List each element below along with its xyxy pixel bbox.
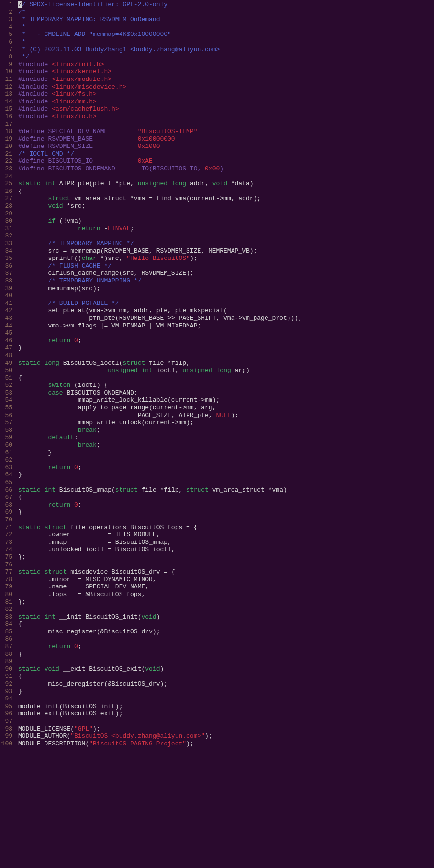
code-line xyxy=(18,635,432,643)
code-line xyxy=(18,606,432,613)
token-ident xyxy=(18,240,48,247)
line-number: 36 xyxy=(1,262,12,270)
code-line xyxy=(18,210,432,218)
code-line: /* TEMPORARY MAPPING */ xyxy=(18,240,432,248)
line-number: 94 xyxy=(1,695,12,703)
token-number: 0x00 xyxy=(205,165,220,172)
code-line: set_pte_at(vma->vm_mm, addr, pte, pte_mk… xyxy=(18,307,432,315)
line-number: 50 xyxy=(1,367,12,374)
line-number: 11 xyxy=(1,76,12,83)
token-number: NULL xyxy=(216,412,231,419)
line-number: 78 xyxy=(1,576,12,584)
token-ident xyxy=(18,501,48,508)
token-comment: * xyxy=(18,23,26,31)
code-line: #include <linux/init.h> xyxy=(18,61,432,68)
token-preproc: #include xyxy=(18,113,52,120)
token-ident: }; xyxy=(18,553,26,561)
code-line: clflush_cache_range(src, RSVDMEM_SIZE); xyxy=(18,270,432,277)
token-comment: / SPDX-License-Identifier: GPL-2.0-only xyxy=(22,1,167,8)
token-ident: file *filp, xyxy=(145,360,190,367)
token-ident xyxy=(18,337,48,344)
line-number: 59 xyxy=(1,434,12,441)
line-number: 47 xyxy=(1,344,12,352)
token-preproc: #include xyxy=(18,68,52,75)
token-ident: pfn_pte(RSVDMEM_BASE >> PAGE_SHIFT, vma-… xyxy=(18,315,302,322)
token-ident: ioctl, xyxy=(153,367,182,374)
code-line: }; xyxy=(18,598,432,606)
line-number: 97 xyxy=(1,718,12,725)
line-number: 12 xyxy=(1,83,12,91)
code-line xyxy=(18,658,432,665)
token-ident xyxy=(41,486,45,494)
line-number: 44 xyxy=(1,322,12,330)
token-string: "Hello BiscuitOS" xyxy=(126,255,190,262)
code-line: PAGE_SIZE, ATPR_pte, NULL); xyxy=(18,412,432,419)
line-number: 46 xyxy=(1,337,12,345)
token-string: "BiscuitOS PAGING Project" xyxy=(89,740,186,747)
line-number: 45 xyxy=(1,329,12,337)
token-ident: ; xyxy=(78,643,82,650)
code-line: misc_register(&BiscuitOS_drv); xyxy=(18,628,432,636)
token-ident: } xyxy=(18,471,22,478)
token-ident xyxy=(18,300,48,307)
code-line: * (C) 2023.11.03 BuddyZhang1 <buddy.zhan… xyxy=(18,46,432,54)
token-ident xyxy=(18,389,48,396)
code-line: module_exit(BiscuitOS_exit); xyxy=(18,710,432,718)
line-number: 22 xyxy=(1,158,12,165)
code-line: memunmap(src); xyxy=(18,285,432,293)
line-number: 89 xyxy=(1,658,12,665)
token-ident: ); xyxy=(186,740,194,747)
token-ident: file_operations BiscuitOS_fops = { xyxy=(67,524,197,531)
line-number: 37 xyxy=(1,270,12,277)
line-number: 65 xyxy=(1,479,12,486)
token-ident: .unlocked_ioctl = BiscuitOS_ioctl, xyxy=(18,546,175,553)
code-line xyxy=(18,695,432,703)
code-content[interactable]: // SPDX-License-Identifier: GPL-2.0-only… xyxy=(16,0,434,748)
line-number: 1 xyxy=(1,1,12,9)
token-keyword: return xyxy=(48,501,70,508)
code-line: .owner = THIS_MODULE, xyxy=(18,531,432,539)
token-number: 0 xyxy=(74,643,78,650)
token-ident: mmap_write_unlock(current->mm); xyxy=(18,419,194,426)
token-ident: set_pte_at(vma->vm_mm, addr, pte, pte_mk… xyxy=(18,307,227,314)
token-preproc: #define SPECIAL_DEV_NAME xyxy=(18,128,138,135)
code-line: .name = SPECIAL_DEV_NAME, xyxy=(18,583,432,591)
code-line: static int ATPR_pte(pte_t *pte, unsigned… xyxy=(18,180,432,188)
code-line: static int BiscuitOS_mmap(struct file *f… xyxy=(18,486,432,494)
token-number: 0 xyxy=(74,337,78,344)
token-ident: { xyxy=(18,188,22,195)
token-ident xyxy=(18,225,78,232)
code-line: break; xyxy=(18,441,432,449)
token-keyword: long xyxy=(216,367,231,374)
token-number: 0 xyxy=(74,501,78,508)
line-number: 86 xyxy=(1,635,12,643)
token-ident: *)src, xyxy=(97,255,126,262)
code-line: */ xyxy=(18,53,432,61)
line-number: 57 xyxy=(1,419,12,427)
code-line xyxy=(18,561,432,569)
code-line: { xyxy=(18,673,432,680)
code-line: static struct miscdevice BiscuitOS_drv =… xyxy=(18,568,432,576)
token-ident: memunmap(src); xyxy=(18,285,100,292)
token-ident xyxy=(18,277,48,284)
token-ident: module_init(BiscuitOS_init); xyxy=(18,703,122,710)
line-number: 9 xyxy=(1,61,12,68)
token-comment: * - CMDLINE ADD "memmap=4K$0x10000000" xyxy=(18,31,171,38)
line-number: 17 xyxy=(1,121,12,128)
token-ident: .minor = MISC_DYNAMIC_MINOR, xyxy=(18,576,156,583)
code-line: .unlocked_ioctl = BiscuitOS_ioctl, xyxy=(18,546,432,553)
code-line: } xyxy=(18,508,432,516)
code-line: { xyxy=(18,494,432,501)
line-number: 76 xyxy=(1,561,12,569)
token-ident xyxy=(70,464,74,471)
token-ident xyxy=(18,434,48,441)
code-line: .mmap = BiscuitOS_mmap, xyxy=(18,539,432,546)
token-comment: /* BUILD PGTABLE */ xyxy=(48,300,119,307)
line-number: 95 xyxy=(1,703,12,710)
code-line: } xyxy=(18,449,432,457)
code-line: } xyxy=(18,688,432,696)
token-ident xyxy=(18,441,78,449)
line-number: 64 xyxy=(1,471,12,479)
token-ident: __exit BiscuitOS_exit( xyxy=(59,665,145,673)
line-number: 79 xyxy=(1,583,12,591)
